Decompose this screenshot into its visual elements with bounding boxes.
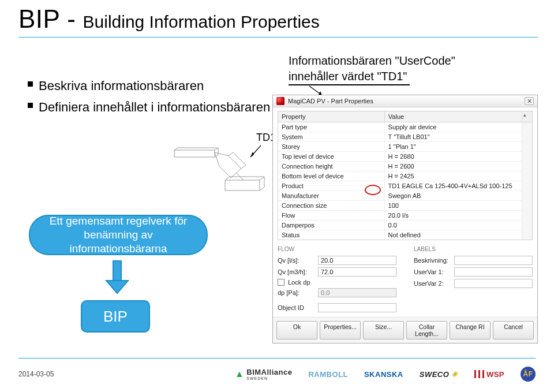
table-row[interactable]: Bottom level of deviceH = 2425 <box>278 171 522 181</box>
prop-cell: Top level of device <box>278 152 385 161</box>
bimalliance-logo: ▲ BIMAlliance SWEDEN <box>235 368 293 380</box>
lock-dp-checkbox[interactable] <box>278 279 285 286</box>
bullet-marker <box>28 81 33 87</box>
skanska-logo: SKANSKA <box>364 370 403 379</box>
bimalliance-subtext: SWEDEN <box>246 376 292 380</box>
bullet-text: Beskriva informationsbäraren <box>39 75 204 96</box>
wsp-text: WSP <box>486 370 504 379</box>
table-row[interactable]: Top level of deviceH = 2680 <box>278 152 522 162</box>
table-row[interactable]: Part typeSupply air device <box>278 122 522 132</box>
val-cell: H = 2680 <box>385 152 522 161</box>
bip-box: BIP <box>81 300 150 333</box>
bimalliance-text: BIMAlliance <box>246 368 292 376</box>
prop-cell: Product <box>278 181 385 191</box>
prop-cell: Connection height <box>278 162 385 171</box>
footer-date: 2014-03-05 <box>18 370 54 378</box>
flow-section-title: FLOW <box>278 246 396 252</box>
uservar2-label: UserVar 2: <box>414 280 451 287</box>
callout-text: Informationsbäraren "UserCode" innehålle… <box>289 53 455 84</box>
arrow-down-icon <box>104 260 130 294</box>
val-cell: H = 2600 <box>385 162 522 171</box>
prop-cell: Connection size <box>278 201 385 210</box>
bubble-line2: benämning av informationsbärarna <box>40 228 196 256</box>
cancel-button[interactable]: Cancel <box>493 321 534 339</box>
title-expansion: Building Information Properties <box>83 12 320 32</box>
svg-rect-5 <box>113 261 121 281</box>
val-cell: TD1 EAGLE Ca 125-400-4V+ALSd 100-125 <box>385 181 522 191</box>
table-row[interactable]: SystemT "Tilluft LB01" <box>278 132 522 142</box>
val-cell: Swegon AB <box>385 191 522 200</box>
footer-logos: ▲ BIMAlliance SWEDEN RAMBOLL SKANSKA SWE… <box>235 367 536 382</box>
ok-button[interactable]: Ok <box>276 321 317 339</box>
grid-scroll-track[interactable] <box>522 122 532 240</box>
part-properties-dialog: MagiCAD PV - Part Properties ✕ Property … <box>272 95 538 344</box>
beskrivning-label: Beskrivning: <box>414 257 451 264</box>
collar-length-button[interactable]: Collar Length... <box>406 321 447 339</box>
labels-section-title: LABELS <box>414 246 533 252</box>
prop-cell: Part type <box>278 122 385 132</box>
ramboll-logo: RAMBOLL <box>308 370 348 379</box>
bimalliance-mark-icon: ▲ <box>235 369 244 379</box>
table-row[interactable]: ProductTD1 EAGLE Ca 125-400-4V+ALSd 100-… <box>278 181 522 191</box>
bubble-line1: Ett gemensamt regelverk för <box>40 214 196 228</box>
close-button[interactable]: ✕ <box>525 97 534 105</box>
wsp-bar-icon <box>482 370 484 378</box>
uservar2-input[interactable] <box>454 279 533 288</box>
change-ri-button[interactable]: Change RI <box>450 321 491 339</box>
title-area: BIP - Building Information Properties <box>18 5 538 38</box>
val-cell: H = 2425 <box>385 171 522 181</box>
table-row[interactable]: Damperpos0.0 <box>278 221 522 230</box>
td1-arrow <box>247 144 264 162</box>
table-row[interactable]: Connection size100 <box>278 201 522 211</box>
prop-cell: Bottom level of device <box>278 171 385 181</box>
table-row[interactable]: Connection heightH = 2600 <box>278 162 522 171</box>
footer: 2014-03-05 ▲ BIMAlliance SWEDEN RAMBOLL … <box>18 367 536 382</box>
dialog-button-row: Ok Properties... Size... Collar Length..… <box>273 317 537 343</box>
grid-scrollbar[interactable]: ▴ <box>522 111 532 122</box>
uservar1-input[interactable] <box>454 267 533 277</box>
blue-callout-bubble: Ett gemensamt regelverk för benämning av… <box>29 215 208 255</box>
val-cell: 0.0 <box>385 221 522 230</box>
properties-button[interactable]: Properties... <box>320 321 361 339</box>
object-id-input[interactable] <box>318 303 396 312</box>
qv-ls-input[interactable]: 20.0 <box>318 256 396 265</box>
labels-section: LABELS Beskrivning: UserVar 1: UserVar 2… <box>414 246 533 312</box>
dialog-titlebar[interactable]: MagiCAD PV - Part Properties ✕ <box>273 95 537 107</box>
table-row[interactable]: StatusNot defined <box>278 230 522 240</box>
title-acronym: BIP - <box>18 5 76 33</box>
table-row[interactable]: Storey1 "Plan 1" <box>278 142 522 152</box>
footer-rule <box>18 358 536 359</box>
wsp-bar-icon <box>478 370 480 378</box>
bullet-item: Definiera innehållet i informationsbärar… <box>28 96 270 118</box>
qv-ls-label: Qv [l/s]: <box>278 257 315 264</box>
column-header-property[interactable]: Property <box>278 111 385 122</box>
val-cell: 1 "Plan 1" <box>385 142 522 151</box>
table-row[interactable]: Flow20.0 l/s <box>278 211 522 221</box>
af-logo: ÅF <box>521 367 536 382</box>
properties-grid: Property Value ▴ Part typeSupply air dev… <box>278 111 533 240</box>
table-row[interactable]: ManufacturerSwegon AB <box>278 191 522 201</box>
prop-cell: System <box>278 132 385 141</box>
bullet-marker <box>28 103 33 108</box>
size-button[interactable]: Size... <box>363 321 404 339</box>
title-underline <box>18 37 538 38</box>
sweco-burst-icon: ✳ <box>451 370 458 379</box>
qv-m3h-label: Qv [m3/h]: <box>278 268 315 275</box>
beskrivning-input[interactable] <box>454 256 533 265</box>
flow-section: FLOW Qv [l/s]: 20.0 Qv [m3/h]: 72.0 Lock… <box>278 246 396 312</box>
qv-m3h-input[interactable]: 72.0 <box>318 267 396 277</box>
dp-pa-input[interactable]: 0.0 <box>318 288 396 297</box>
prop-cell: Damperpos <box>278 221 385 230</box>
scroll-up-icon[interactable]: ▴ <box>523 112 526 118</box>
object-id-label: Object ID <box>278 304 315 311</box>
app-icon <box>276 97 285 105</box>
wsp-logo: WSP <box>474 370 504 379</box>
val-cell: Supply air device <box>385 122 522 132</box>
prop-cell: Status <box>278 230 385 240</box>
column-header-value[interactable]: Value <box>385 111 522 122</box>
wsp-bar-icon <box>474 370 476 378</box>
svg-marker-2 <box>250 152 254 157</box>
dialog-title-text: MagiCAD PV - Part Properties <box>288 98 373 104</box>
prop-cell: Manufacturer <box>278 191 385 200</box>
prop-cell: Flow <box>278 211 385 220</box>
